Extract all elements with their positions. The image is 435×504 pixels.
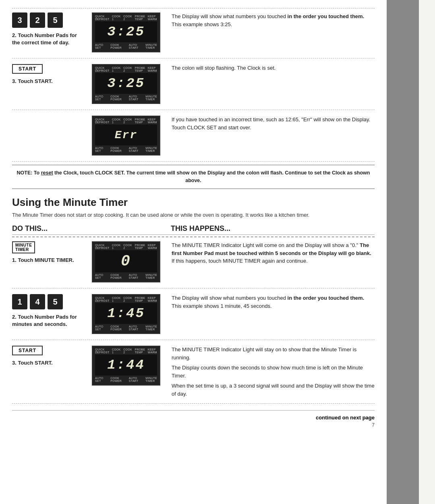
mt-step3-do: START 3. Touch START. [12,346,85,367]
display-bottom-labels-2: AUTOSET COOKPOWER AUTOSTART MINUTETIMER [95,95,157,101]
display-top-labels-2: QUICKDEFROST COOK1 COOK2 PROBETEMP KEEPW… [95,66,157,72]
note-box: NOTE: To reset the Clock, touch CLOCK SE… [12,165,375,189]
clock-step2-label: 2. Touch Number Pads for the correct tim… [12,32,85,46]
display-unit-mt2: QUICKDEFROST COOK1 COOK2 PROBETEMP KEEPW… [92,294,160,334]
num-pad-5b: 5 [48,294,63,309]
num-pad-4: 4 [30,294,45,309]
mt-step2-text: The Display will show what numbers you t… [172,294,375,310]
column-headers: DO THIS... THIS HAPPENS... [12,224,375,235]
display-unit-step3: QUICKDEFROST COOK1 COOK2 PROBETEMP KEEPW… [92,64,160,104]
mt-step1-display: QUICKDEFROST COOK1 COOK2 PROBETEMP KEEPW… [92,241,164,282]
clock-err-text: If you have touched in an incorrect time… [172,116,375,131]
display-top-labels-mt2: QUICKDEFROST COOK1 COOK2 PROBETEMP KEEPW… [95,297,157,302]
mt-step1-label: 1. Touch MINUTE TIMER. [12,257,85,264]
right-bar [387,0,419,504]
mt-step1-row: MINUTETIMER 1. Touch MINUTE TIMER. QUICK… [12,236,375,288]
display-screen-err: Err [95,124,157,145]
display-unit-err: QUICKDEFROST COOK1 COOK2 PROBETEMP KEEPW… [92,116,160,156]
mt-step1-text: The MINUTE TIMER Indicator Light will co… [172,241,375,265]
display-unit-325: QUICKDEFROST COOK1 COOK2 PROBETEMP KEEPW… [92,12,160,52]
mt-step3-text: The MINUTE TIMER Indicator Light will st… [172,346,375,398]
clock-step2-do: 3 2 5 2. Touch Number Pads for the corre… [12,12,85,46]
display-top-labels-mt1: QUICKDEFROST COOK1 COOK2 PROBETEMP KEEPW… [95,244,157,249]
clock-step2-text: The Display will show what numbers you t… [172,12,375,28]
section-intro-minute-timer: The Minute Timer does not start or stop … [12,211,375,219]
num-pads-145: 1 4 5 [12,294,85,309]
section-title-minute-timer: Using the Minute Timer [12,196,375,209]
display-screen-mt3: 1:44 [95,355,157,375]
clock-step2-display: QUICKDEFROST COOK1 COOK2 PROBETEMP KEEPW… [92,12,164,52]
clock-step3-row: START 3. Touch START. QUICKDEFROST COOK1… [12,58,375,110]
clock-step3-label: 3. Touch START. [12,78,85,85]
display-unit-mt3: QUICKDEFROST COOK1 COOK2 PROBETEMP KEEPW… [92,346,160,386]
display-unit-mt1: QUICKDEFROST COOK1 COOK2 PROBETEMP KEEPW… [92,241,160,282]
display-bottom-labels-mt2: AUTOSET COOKPOWER AUTOSTART MINUTETIMER [95,325,157,331]
display-screen-step3: 3:25 [95,73,157,94]
clock-step3-do: START 3. Touch START. [12,64,85,85]
display-bottom-labels-err: AUTOSET COOKPOWER AUTOSTART MINUTETIMER [95,147,157,152]
num-pad-1: 1 [12,294,27,309]
mt-step3-row: START 3. Touch START. QUICKDEFROST COOK1… [12,340,375,404]
clock-err-display: QUICKDEFROST COOK1 COOK2 PROBETEMP KEEPW… [92,116,164,156]
continued-label: continued on next page [12,410,375,421]
clock-step3-text: The colon will stop flashing. The Clock … [172,64,375,72]
num-pad-2: 2 [30,12,45,28]
mt-step2-do: 1 4 5 2. Touch Number Pads for minutes a… [12,294,85,328]
col-header-happens: THIS HAPPENS... [171,224,230,233]
clock-err-row: QUICKDEFROST COOK1 COOK2 PROBETEMP KEEPW… [12,110,375,162]
start-button-label: START [12,64,43,74]
mt-step2-row: 1 4 5 2. Touch Number Pads for minutes a… [12,288,375,340]
mt-step2-display: QUICKDEFROST COOK1 COOK2 PROBETEMP KEEPW… [92,294,164,334]
minute-timer-button-label: MINUTETIMER [12,241,35,253]
display-bottom-labels: AUTOSET COOKPOWER AUTOSTART MINUTETIMER [95,44,157,49]
clock-step2-row: 3 2 5 2. Touch Number Pads for the corre… [12,8,375,58]
display-bottom-labels-mt1: AUTOSET COOKPOWER AUTOSTART MINUTETIMER [95,274,157,279]
page-number: 7 [12,422,375,428]
num-pad-3: 3 [12,12,27,28]
num-pads-325: 3 2 5 [12,12,85,28]
display-top-labels: QUICKDEFROST COOK1 COOK2 PROBETEMP KEEPW… [95,15,157,21]
display-screen-mt1: 0 [95,250,157,272]
display-screen-mt2: 1:45 [95,303,157,324]
mt-step3-label: 3. Touch START. [12,359,85,367]
display-top-labels-mt3: QUICKDEFROST COOK1 COOK2 PROBETEMP KEEPW… [95,348,157,354]
clock-step3-display: QUICKDEFROST COOK1 COOK2 PROBETEMP KEEPW… [92,64,164,104]
display-top-labels-err: QUICKDEFROST COOK1 COOK2 PROBETEMP KEEPW… [95,118,157,124]
mt-step3-display: QUICKDEFROST COOK1 COOK2 PROBETEMP KEEPW… [92,346,164,386]
mt-step1-do: MINUTETIMER 1. Touch MINUTE TIMER. [12,241,85,264]
col-header-do: DO THIS... [12,224,85,233]
num-pad-5: 5 [48,12,63,28]
mt-step2-label: 2. Touch Number Pads for minutes and sec… [12,313,85,328]
display-screen-325: 3:25 [95,21,157,42]
display-bottom-labels-mt3: AUTOSET COOKPOWER AUTOSTART MINUTETIMER [95,377,157,382]
start-button-label-mt: START [12,346,43,355]
